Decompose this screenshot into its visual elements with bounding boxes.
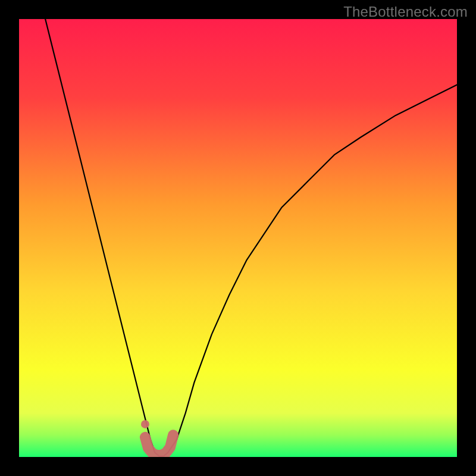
chart-frame xyxy=(19,19,457,457)
highlight-start-dot xyxy=(141,420,149,428)
watermark-text: TheBottleneck.com xyxy=(343,4,468,20)
bottleneck-chart xyxy=(19,19,457,457)
gradient-background xyxy=(19,19,457,457)
